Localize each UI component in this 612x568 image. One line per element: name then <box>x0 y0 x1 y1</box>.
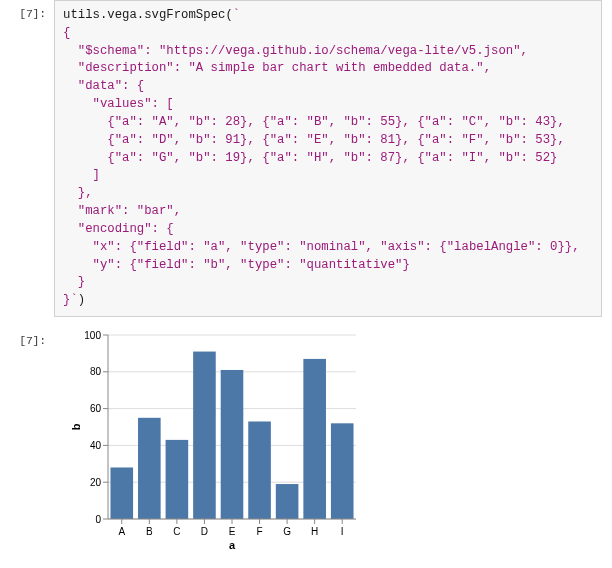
svg-text:0: 0 <box>95 514 101 525</box>
svg-text:40: 40 <box>90 440 102 451</box>
bar-chart: 020406080100ABCDEFGHIab <box>66 327 366 555</box>
svg-rect-24 <box>166 440 189 519</box>
code-token: ` <box>233 8 240 22</box>
code-token: ` <box>70 293 77 307</box>
svg-text:A: A <box>118 526 125 537</box>
svg-text:D: D <box>201 526 208 537</box>
svg-text:20: 20 <box>90 477 102 488</box>
svg-text:80: 80 <box>90 366 102 377</box>
svg-text:F: F <box>257 526 263 537</box>
svg-text:G: G <box>283 526 291 537</box>
svg-text:H: H <box>311 526 318 537</box>
svg-rect-18 <box>110 468 133 520</box>
svg-text:b: b <box>70 423 82 430</box>
svg-text:E: E <box>229 526 236 537</box>
bar-chart-svg: 020406080100ABCDEFGHIab <box>66 327 366 555</box>
svg-text:60: 60 <box>90 403 102 414</box>
code-body: { "$schema": "https://vega.github.io/sch… <box>63 26 580 307</box>
code-cell[interactable]: utils.vega.svgFromSpec(` { "$schema": "h… <box>54 0 602 317</box>
svg-rect-33 <box>248 422 271 520</box>
code-token: vega <box>107 8 137 22</box>
output-cell: 020406080100ABCDEFGHIab <box>54 327 612 555</box>
svg-rect-39 <box>303 359 326 519</box>
output-cell-row: [7]: 020406080100ABCDEFGHIab <box>0 327 612 555</box>
code-token: utils <box>63 8 100 22</box>
code-token: ) <box>78 293 85 307</box>
input-prompt: [7]: <box>0 0 54 20</box>
svg-rect-21 <box>138 418 161 519</box>
input-cell-row: [7]: utils.vega.svgFromSpec(` { "$schema… <box>0 0 612 317</box>
svg-text:C: C <box>173 526 180 537</box>
svg-rect-36 <box>276 484 299 519</box>
svg-text:I: I <box>341 526 344 537</box>
svg-text:B: B <box>146 526 153 537</box>
svg-text:100: 100 <box>84 330 101 341</box>
svg-rect-42 <box>331 423 354 519</box>
output-prompt: [7]: <box>0 327 54 347</box>
code-token: svgFromSpec <box>144 8 225 22</box>
code-token: ( <box>225 8 232 22</box>
svg-rect-30 <box>221 370 244 519</box>
svg-text:a: a <box>229 539 236 551</box>
svg-rect-27 <box>193 352 216 519</box>
